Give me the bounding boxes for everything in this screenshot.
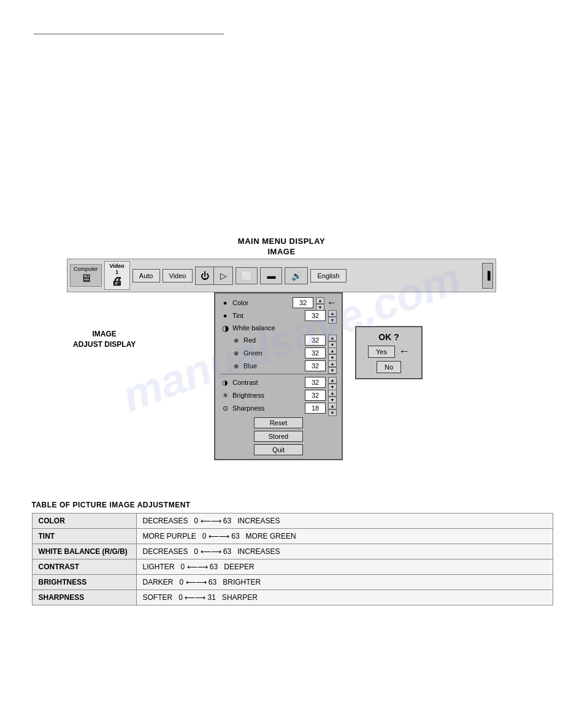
brightness-spin-up[interactable]: ▲ — [328, 390, 337, 396]
ok-title: OK ? — [378, 332, 399, 342]
color-icon: ● — [220, 298, 230, 308]
sharpness-spinner[interactable]: ▲ ▼ — [328, 403, 337, 414]
contrast-value: 32 — [305, 377, 326, 388]
tint-label: Tint — [232, 312, 302, 319]
screen-icon-btn[interactable]: ▬ — [260, 267, 282, 284]
blue-spinner[interactable]: ▲ ▼ — [328, 360, 337, 371]
english-button[interactable]: English — [310, 269, 346, 282]
table-cell-name: COLOR — [32, 514, 136, 529]
blue-icon: ⊕ — [231, 361, 241, 371]
computer-icon: 🖥 — [80, 272, 91, 285]
tint-spin-up[interactable]: ▲ — [328, 310, 337, 317]
tint-row: ● Tint 32 ▲ ▼ — [220, 310, 337, 321]
red-value: 32 — [305, 335, 326, 346]
table-cell-desc: DECREASES 0 ⟵⟶ 63 INCREASES — [136, 514, 553, 529]
yes-selected-arrow: ← — [399, 345, 410, 358]
tint-icon: ● — [220, 311, 230, 320]
green-value: 32 — [305, 347, 326, 358]
table-cell-desc: DARKER 0 ⟵⟶ 63 BRIGHTER — [136, 575, 553, 590]
ok-dialog: OK ? Yes ← No — [355, 326, 423, 379]
green-icon: ⊕ — [231, 348, 241, 358]
scroll-button[interactable]: ▐ — [482, 263, 493, 289]
computer-tab-label: Computer — [74, 266, 98, 272]
video-button[interactable]: Video — [163, 269, 193, 282]
video-number: 1 — [115, 269, 118, 275]
table-cell-name: BRIGHTNESS — [32, 575, 136, 590]
image-section-label: IMAGE — [267, 247, 295, 256]
lower-section: IMAGE ADJUST DISPLAY ● Color 32 ▲ ▼ ← ● … — [67, 292, 496, 488]
video-icon: 🖨 — [112, 275, 123, 288]
lr-arrow-icon: ⟵⟶ — [201, 547, 221, 556]
reset-button[interactable]: Reset — [254, 417, 303, 428]
ok-btn-row: Yes ← — [368, 345, 410, 358]
speaker-icon-btn[interactable]: 🔊 — [285, 267, 308, 284]
table-cell-desc: LIGHTER 0 ⟵⟶ 63 DEEPER — [136, 559, 553, 575]
main-menu-title: MAIN MENU DISPLAY — [238, 237, 325, 246]
contrast-label: Contrast — [232, 379, 302, 386]
blue-row: ⊕ Blue 32 ▲ ▼ — [231, 360, 337, 371]
yes-button[interactable]: Yes — [368, 346, 395, 358]
table-section: TABLE OF PICTURE IMAGE ADJUSTMENT COLOR … — [32, 501, 553, 605]
image-adjust-panel: ● Color 32 ▲ ▼ ← ● Tint 32 ▲ ▼ — [214, 292, 343, 460]
blue-label: Blue — [243, 362, 302, 370]
color-value: 32 — [293, 297, 313, 308]
wb-icon: ◑ — [220, 323, 230, 333]
table-row: SHARPNESS SOFTER 0 ⟵⟶ 31 SHARPER — [32, 590, 553, 605]
sharpness-spin-up[interactable]: ▲ — [328, 403, 337, 409]
sharpness-row: ⊙ Sharpness 18 ▲ ▼ — [220, 403, 337, 414]
brightness-icon: ✳ — [220, 390, 230, 400]
red-spinner[interactable]: ▲ ▼ — [328, 335, 337, 346]
green-row: ⊕ Green 32 ▲ ▼ — [231, 347, 337, 358]
sharpness-value: 18 — [305, 403, 326, 414]
lr-arrow-icon: ⟵⟶ — [185, 593, 205, 602]
brightness-value: 32 — [305, 390, 326, 401]
tint-spinner[interactable]: ▲ ▼ — [328, 310, 337, 321]
contrast-spinner[interactable]: ▲ ▼ — [328, 377, 337, 388]
table-row: CONTRAST LIGHTER 0 ⟵⟶ 63 DEEPER — [32, 559, 553, 575]
play-icon-btn[interactable]: ▷ — [214, 267, 232, 284]
blue-spin-down[interactable]: ▼ — [328, 367, 337, 374]
lr-arrow-icon: ⟵⟶ — [201, 517, 221, 525]
green-spinner[interactable]: ▲ ▼ — [328, 347, 337, 358]
lr-arrow-icon: ⟵⟶ — [187, 563, 208, 571]
table-row: WHITE BALANCE (R/G/B) DECREASES 0 ⟵⟶ 63 … — [32, 544, 553, 559]
red-label: Red — [243, 336, 302, 344]
color-spinner[interactable]: ▲ ▼ — [316, 297, 324, 308]
computer-tab[interactable]: Computer 🖥 — [70, 264, 102, 287]
sharpness-spin-down[interactable]: ▼ — [328, 409, 337, 416]
contrast-row: ◑ Contrast 32 ▲ ▼ — [220, 377, 337, 388]
keystone-icon-btn[interactable]: ⬜ — [236, 267, 258, 284]
table-cell-name: WHITE BALANCE (R/G/B) — [32, 544, 136, 559]
red-spin-up[interactable]: ▲ — [328, 335, 337, 341]
stored-button[interactable]: Stored — [254, 431, 303, 442]
lr-arrow-icon: ⟵⟶ — [209, 532, 229, 540]
wb-label: White balance — [232, 324, 337, 332]
quit-button[interactable]: Quit — [254, 444, 303, 455]
table-cell-desc: DECREASES 0 ⟵⟶ 63 INCREASES — [136, 544, 553, 559]
tint-spin-down[interactable]: ▼ — [328, 317, 337, 324]
blue-value: 32 — [305, 360, 326, 371]
red-row: ⊕ Red 32 ▲ ▼ — [231, 335, 337, 346]
video-tab[interactable]: Video 1 🖨 — [104, 261, 130, 290]
contrast-spin-up[interactable]: ▲ — [328, 377, 337, 384]
color-label: Color — [232, 299, 290, 306]
blue-spin-up[interactable]: ▲ — [328, 360, 337, 367]
image-adjust-label: IMAGE ADJUST DISPLAY — [73, 329, 136, 350]
adjustment-table: COLOR DECREASES 0 ⟵⟶ 63 INCREASES TINT M… — [32, 513, 553, 605]
brightness-spinner[interactable]: ▲ ▼ — [328, 390, 337, 401]
contrast-icon: ◑ — [220, 377, 230, 387]
brightness-row: ✳ Brightness 32 ▲ ▼ — [220, 390, 337, 401]
table-row: COLOR DECREASES 0 ⟵⟶ 63 INCREASES — [32, 514, 553, 529]
table-cell-name: CONTRAST — [32, 559, 136, 575]
color-spin-up[interactable]: ▲ — [316, 297, 324, 304]
green-spin-up[interactable]: ▲ — [328, 347, 337, 354]
color-row: ● Color 32 ▲ ▼ ← — [220, 297, 337, 308]
table-cell-desc: SOFTER 0 ⟵⟶ 31 SHARPER — [136, 590, 553, 605]
table-cell-name: TINT — [32, 529, 136, 544]
power-icon-btn[interactable]: ⏻ — [196, 267, 214, 284]
top-decorative-line — [34, 34, 224, 34]
no-button[interactable]: No — [377, 361, 401, 373]
color-select-arrow: ← — [327, 297, 337, 308]
auto-button[interactable]: Auto — [132, 269, 160, 282]
video-tab-label: Video — [110, 263, 124, 269]
